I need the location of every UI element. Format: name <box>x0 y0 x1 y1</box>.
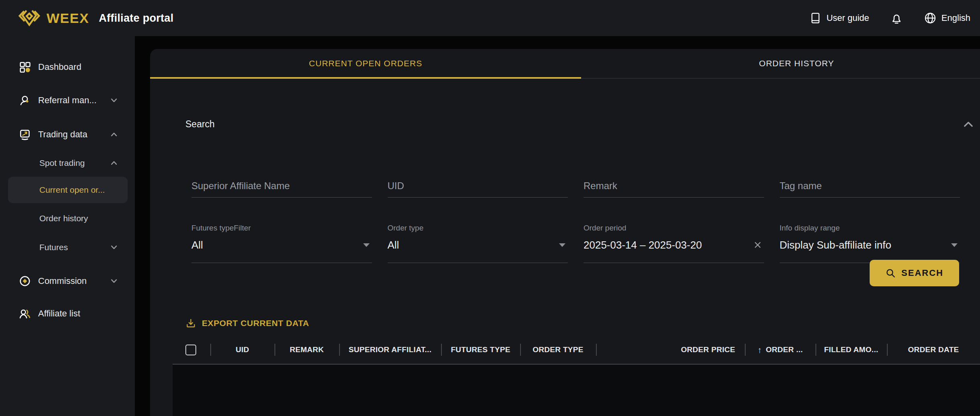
column-header-order-price[interactable]: ORDER PRICE <box>596 336 745 364</box>
bell-icon <box>890 12 903 24</box>
column-header-uid[interactable]: UID <box>210 336 274 364</box>
filter-label: Info display range <box>780 223 960 233</box>
export-label: EXPORT CURRENT DATA <box>202 318 309 328</box>
info-display-range-filter: Info display range Display Sub-affiliate… <box>780 223 960 263</box>
notifications-button[interactable] <box>890 12 903 24</box>
orders-table: UID REMARK SUPERIOR AFFILIAT... FUTURES … <box>173 336 980 416</box>
column-header-label: ORDER ... <box>766 345 803 354</box>
filter-label: Order period <box>584 223 764 233</box>
futures-type-filter: Futures typeFilter All <box>191 223 372 263</box>
sidebar-item-label: Trading data <box>38 129 87 140</box>
sidebar-item-order-history[interactable]: Order history <box>0 207 135 230</box>
sort-ascending-icon[interactable]: ↑ <box>757 346 762 354</box>
sidebar-item-referral-management[interactable]: Referral man... <box>0 89 135 112</box>
tag-name-input[interactable] <box>780 180 960 198</box>
brand[interactable]: WEEX Affiliate portal <box>17 9 173 27</box>
trading-monitor-icon <box>19 128 31 141</box>
top-header: WEEX Affiliate portal User guide English <box>0 0 980 36</box>
sidebar-item-label: Spot trading <box>39 158 85 168</box>
chevron-up-icon <box>111 161 117 165</box>
sidebar-item-futures[interactable]: Futures <box>0 236 135 259</box>
column-header-superior-affiliate[interactable]: SUPERIOR AFFILIAT... <box>339 336 441 364</box>
selected-value: All <box>388 239 399 251</box>
caret-down-icon <box>951 243 958 247</box>
order-period-daterange[interactable]: 2025-03-14 – 2025-03-20 <box>584 238 764 263</box>
search-filter-fields: Futures typeFilter All Order type All Or… <box>150 223 980 263</box>
order-type-select[interactable]: All <box>388 238 568 263</box>
sidebar-item-label: Commission <box>38 276 87 286</box>
filter-label: Order type <box>388 223 568 233</box>
column-header-order-date[interactable]: ORDER DATE <box>887 336 980 364</box>
caret-down-icon <box>363 243 370 247</box>
tab-bar: CURRENT OPEN ORDERS ORDER HISTORY <box>150 49 980 79</box>
chevron-down-icon <box>111 98 117 103</box>
language-selector[interactable]: English <box>924 12 970 24</box>
search-section-title: Search <box>185 119 215 130</box>
chevron-up-icon <box>111 133 117 137</box>
tab-label: ORDER HISTORY <box>759 59 834 68</box>
tab-order-history[interactable]: ORDER HISTORY <box>581 49 980 78</box>
field-superior-affiliate-name <box>191 180 372 198</box>
topbar-actions: User guide English <box>809 12 970 24</box>
commission-coin-icon <box>19 275 31 287</box>
sidebar-item-label: Referral man... <box>38 95 97 106</box>
dashboard-grid-icon <box>19 61 31 73</box>
sidebar-item-current-open-orders[interactable]: Current open or... <box>8 177 128 203</box>
column-header-order-sorted[interactable]: ↑ ORDER ... <box>745 336 815 364</box>
collapse-section-chevron-up-icon[interactable] <box>964 121 973 127</box>
table-header-row: UID REMARK SUPERIOR AFFILIAT... FUTURES … <box>173 336 980 365</box>
search-button[interactable]: SEARCH <box>870 260 959 286</box>
magnifier-icon <box>885 268 896 278</box>
futures-type-select[interactable]: All <box>191 238 372 263</box>
sidebar-item-label: Dashboard <box>38 62 81 72</box>
weex-logo-icon <box>17 9 42 27</box>
search-text-fields <box>150 180 980 198</box>
uid-input[interactable] <box>388 180 568 198</box>
download-icon <box>185 318 196 328</box>
user-guide-link[interactable]: User guide <box>809 12 869 24</box>
tab-label: CURRENT OPEN ORDERS <box>309 59 422 68</box>
sidebar-item-dashboard[interactable]: Dashboard <box>0 56 135 78</box>
main-panel: CURRENT OPEN ORDERS ORDER HISTORY Search <box>150 49 980 416</box>
filter-label: Futures typeFilter <box>191 223 372 233</box>
clear-date-icon[interactable] <box>753 240 762 250</box>
order-type-filter: Order type All <box>388 223 568 263</box>
chevron-down-icon <box>111 279 117 283</box>
affiliate-people-icon <box>19 308 31 320</box>
field-tag-name <box>780 180 960 198</box>
sidebar-item-trading-data[interactable]: Trading data <box>0 123 135 146</box>
selected-value: 2025-03-14 – 2025-03-20 <box>584 239 702 251</box>
referral-person-icon <box>19 94 31 106</box>
sidebar-item-label: Current open or... <box>39 185 105 195</box>
remark-input[interactable] <box>584 180 764 198</box>
sidebar: Dashboard Referral man... Trading data <box>0 36 135 416</box>
search-section: Search Futures typeFilter All <box>150 119 980 286</box>
sidebar-item-label: Futures <box>39 243 68 252</box>
sidebar-item-commission[interactable]: Commission <box>0 270 135 292</box>
book-icon <box>809 12 821 24</box>
export-current-data-link[interactable]: EXPORT CURRENT DATA <box>185 318 309 328</box>
column-header-filled-amount[interactable]: FILLED AMO... <box>815 336 887 364</box>
info-display-range-select[interactable]: Display Sub-affiliate info <box>780 238 960 263</box>
language-label: English <box>941 13 970 23</box>
search-button-label: SEARCH <box>901 268 943 278</box>
order-period-filter: Order period 2025-03-14 – 2025-03-20 <box>584 223 764 263</box>
field-remark <box>584 180 764 198</box>
sidebar-item-affiliate-list[interactable]: Affiliate list <box>0 302 135 325</box>
chevron-down-icon <box>111 245 117 250</box>
sidebar-item-label: Affiliate list <box>38 308 80 319</box>
page-title: Affiliate portal <box>99 12 173 24</box>
select-all-checkbox[interactable] <box>185 345 196 355</box>
column-header-futures-type[interactable]: FUTURES TYPE <box>441 336 520 364</box>
field-uid <box>388 180 568 198</box>
user-guide-label: User guide <box>826 13 869 23</box>
sidebar-item-label: Order history <box>39 214 88 223</box>
table-body-empty <box>173 365 980 416</box>
column-header-order-type[interactable]: ORDER TYPE <box>520 336 596 364</box>
tab-current-open-orders[interactable]: CURRENT OPEN ORDERS <box>150 49 581 78</box>
globe-icon <box>924 12 937 24</box>
brand-name: WEEX <box>47 10 89 26</box>
sidebar-item-spot-trading[interactable]: Spot trading <box>0 152 135 174</box>
superior-affiliate-name-input[interactable] <box>191 180 372 198</box>
column-header-remark[interactable]: REMARK <box>274 336 339 364</box>
